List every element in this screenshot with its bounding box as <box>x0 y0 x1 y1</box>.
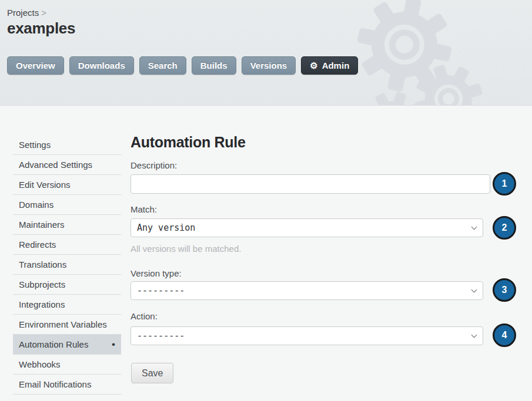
sidebar-item-redirects[interactable]: Redirects <box>13 235 121 255</box>
action-label: Action: <box>131 311 158 321</box>
sidebar-item-webhooks[interactable]: Webhooks <box>13 355 121 375</box>
version-type-select-wrap: --------- <box>131 281 483 300</box>
match-label: Match: <box>131 204 157 214</box>
sidebar-item-integrations[interactable]: Integrations <box>13 295 121 315</box>
action-select[interactable]: --------- <box>131 326 483 345</box>
tab-search[interactable]: Search <box>139 56 186 75</box>
tab-builds[interactable]: Builds <box>192 56 236 75</box>
breadcrumb-projects-link[interactable]: Projects <box>7 8 39 18</box>
sidebar-item-traffic-analytics[interactable]: Traffic Analytics <box>13 395 121 401</box>
page: Projects> examples Overview Downloads Se… <box>0 0 532 401</box>
match-help-text: All versions will be matched. <box>131 244 241 254</box>
gears-decoration <box>332 0 532 106</box>
callout-badge-2: 2 <box>493 216 516 240</box>
sidebar-item-automation-rules-label: Automation Rules <box>19 339 88 349</box>
sidebar-item-email-notifications[interactable]: Email Notifications <box>13 375 121 395</box>
sidebar-item-maintainers[interactable]: Maintainers <box>13 215 121 235</box>
tab-overview[interactable]: Overview <box>7 56 64 75</box>
breadcrumb: Projects> <box>7 8 46 18</box>
tab-admin-label: Admin <box>322 60 350 70</box>
project-nav-tabs: Overview Downloads Search Builds Version… <box>7 56 363 75</box>
sidebar-item-translations[interactable]: Translations <box>13 255 121 275</box>
sidebar-item-automation-rules[interactable]: Automation Rules • <box>13 335 121 355</box>
description-label: Description: <box>131 160 177 170</box>
tab-admin[interactable]: ⚙ Admin <box>301 56 358 75</box>
active-item-bullet-icon: • <box>112 335 115 354</box>
version-type-label: Version type: <box>131 268 182 278</box>
match-select-wrap: Any version <box>131 218 483 237</box>
sidebar-item-domains[interactable]: Domains <box>13 195 121 215</box>
callout-badge-4: 4 <box>493 324 516 347</box>
sidebar-item-environment-variables[interactable]: Environment Variables <box>13 315 121 335</box>
save-button[interactable]: Save <box>131 363 173 383</box>
page-title: Automation Rule <box>131 134 246 151</box>
match-select[interactable]: Any version <box>131 218 483 237</box>
tab-downloads[interactable]: Downloads <box>69 56 134 75</box>
breadcrumb-separator: > <box>41 8 46 18</box>
sidebar-item-edit-versions[interactable]: Edit Versions <box>13 175 121 195</box>
gear-icon: ⚙ <box>310 61 317 70</box>
callout-badge-1: 1 <box>493 172 516 196</box>
sidebar-item-subprojects[interactable]: Subprojects <box>13 275 121 295</box>
sidebar-item-advanced-settings[interactable]: Advanced Settings <box>13 155 121 175</box>
description-input[interactable] <box>131 174 490 194</box>
callout-badge-3: 3 <box>493 278 516 302</box>
action-select-wrap: --------- <box>131 326 483 345</box>
tab-versions[interactable]: Versions <box>242 56 296 75</box>
project-title: examples <box>7 19 75 38</box>
version-type-select[interactable]: --------- <box>131 281 483 300</box>
project-header: Projects> examples Overview Downloads Se… <box>0 0 532 106</box>
sidebar-item-settings[interactable]: Settings <box>13 135 121 155</box>
admin-sidebar: Settings Advanced Settings Edit Versions… <box>13 135 121 401</box>
